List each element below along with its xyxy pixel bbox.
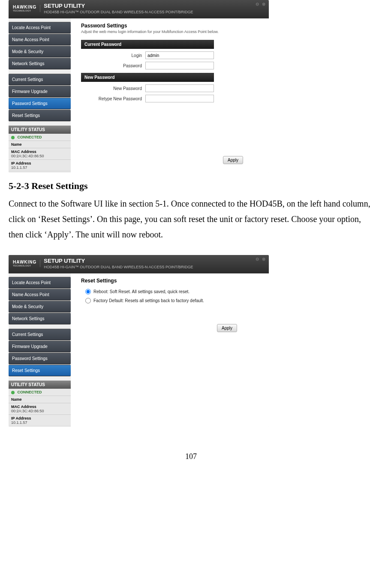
page-title: Reset Settings [81,278,263,284]
sidebar-item-reset[interactable]: Reset Settings [9,110,71,121]
password-input[interactable] [145,62,214,69]
retype-password-input[interactable] [145,95,214,102]
sidebar-item-current[interactable]: Current Settings [9,329,71,340]
login-input[interactable] [145,51,214,59]
app-subtitle: HOD45B HI-GAIN™ OUTDOOR DUAL BAND WIRELE… [44,10,265,14]
sidebar-item-password[interactable]: Password Settings [9,353,71,364]
sidebar-item-network[interactable]: Network Settings [9,313,71,324]
content-area: Password Settings Adjust the web menu lo… [71,18,269,173]
app-subtitle: HOD45B HI-GAIN™ OUTDOOR DUAL BAND WIRELE… [44,265,265,269]
titlebar: HAWKING TECHNOLOGY SETUP UTILITY HOD45B … [9,0,269,18]
brand-sub: TECHNOLOGY [13,264,36,267]
status-ip-row: IP Address 10.1.1.57 [9,415,71,426]
apply-button[interactable]: Apply [223,156,243,164]
sidebar-item-mode[interactable]: Mode & Security [9,46,71,57]
app-title: SETUP UTILITY [44,258,265,264]
status-header: UTILITY STATUS [9,381,71,389]
screenshot-reset-settings: HAWKING TECHNOLOGY SETUP UTILITY HOD45B … [9,255,269,426]
status-name-row: Name [9,396,71,403]
page-title: Password Settings [81,23,263,29]
status-panel: CONNECTED Name MAC Address 00:2A:3C:4D:8… [9,134,71,171]
reboot-label: Reboot: Soft Reset. All settings saved, … [93,289,189,294]
status-name-label: Name [11,397,22,402]
sidebar-item-name[interactable]: Name Access Point [9,289,71,300]
status-mac-row: MAC Address 00:2A:3C:4D:86:50 [9,403,71,415]
status-connected: CONNECTED [18,390,42,394]
brand-logo: HAWKING TECHNOLOGY [13,260,40,267]
page-number: 107 [9,452,373,461]
section-body: Connect to the Software UI like in secti… [9,196,373,242]
status-connection: CONNECTED [9,134,71,141]
status-connection: CONNECTED [9,389,71,396]
factory-label: Factory Default: Resets all settings bac… [93,298,204,303]
sidebar: Locate Access Point Name Access Point Mo… [9,18,71,173]
status-dot-icon [11,136,15,139]
status-ip-label: IP Address [11,161,68,165]
status-mac-value: 00:2A:3C:4D:86:50 [11,409,68,413]
brand-sub: TECHNOLOGY [13,9,36,12]
sidebar-item-reset[interactable]: Reset Settings [9,365,71,376]
section-current-password: Current Password [81,40,214,49]
window-controls[interactable]: ⊖ ⊗ [256,2,266,6]
app-title: SETUP UTILITY [44,3,265,9]
section-heading: 5-2-3 Reset Settings [9,180,373,192]
brand-logo: HAWKING TECHNOLOGY [13,5,40,12]
title-block: SETUP UTILITY HOD45B HI-GAIN™ OUTDOOR DU… [44,3,265,14]
sidebar-item-current[interactable]: Current Settings [9,74,71,85]
sidebar-item-firmware[interactable]: Firmware Upgrade [9,341,71,352]
sidebar-item-firmware[interactable]: Firmware Upgrade [9,86,71,97]
status-mac-value: 00:2A:3C:4D:86:50 [11,154,68,158]
sidebar-item-locate[interactable]: Locate Access Point [9,22,71,33]
status-mac-row: MAC Address 00:2A:3C:4D:86:50 [9,148,71,160]
retype-password-label: Retype New Password [81,96,145,101]
page-subtitle: Adjust the web menu login information fo… [81,30,263,34]
factory-radio[interactable] [85,298,91,303]
sidebar-item-locate[interactable]: Locate Access Point [9,277,71,288]
sidebar-item-name[interactable]: Name Access Point [9,34,71,45]
apply-button[interactable]: Apply [217,324,237,332]
status-ip-value: 10.1.1.57 [11,420,68,425]
status-ip-label: IP Address [11,416,68,420]
sidebar-item-mode[interactable]: Mode & Security [9,301,71,312]
new-password-label: New Password [81,86,145,91]
sidebar-item-password[interactable]: Password Settings [9,98,71,109]
brand-text: HAWKING [13,5,36,9]
status-panel: CONNECTED Name MAC Address 00:2A:3C:4D:8… [9,389,71,426]
reset-option-factory[interactable]: Factory Default: Resets all settings bac… [85,298,263,303]
content-area: Reset Settings Reboot: Soft Reset. All s… [71,273,269,426]
status-ip-value: 10.1.1.57 [11,165,68,170]
reset-option-reboot[interactable]: Reboot: Soft Reset. All settings saved, … [85,289,263,294]
password-label: Password [81,63,145,68]
status-name-label: Name [11,142,22,147]
status-dot-icon [11,391,15,394]
new-password-input[interactable] [145,84,214,92]
status-ip-row: IP Address 10.1.1.57 [9,160,71,171]
title-block: SETUP UTILITY HOD45B HI-GAIN™ OUTDOOR DU… [44,258,265,269]
status-connected: CONNECTED [18,135,42,139]
screenshot-password-settings: HAWKING TECHNOLOGY SETUP UTILITY HOD45B … [9,0,269,173]
reboot-radio[interactable] [85,289,91,294]
status-mac-label: MAC Address [11,150,68,154]
section-new-password: New Password [81,73,214,82]
status-mac-label: MAC Address [11,405,68,409]
status-header: UTILITY STATUS [9,126,71,134]
titlebar: HAWKING TECHNOLOGY SETUP UTILITY HOD45B … [9,255,269,273]
window-controls[interactable]: ⊖ ⊗ [256,257,266,261]
brand-text: HAWKING [13,260,36,264]
login-label: Login [81,53,145,58]
sidebar-item-network[interactable]: Network Settings [9,58,71,69]
sidebar: Locate Access Point Name Access Point Mo… [9,273,71,426]
status-name-row: Name [9,141,71,148]
